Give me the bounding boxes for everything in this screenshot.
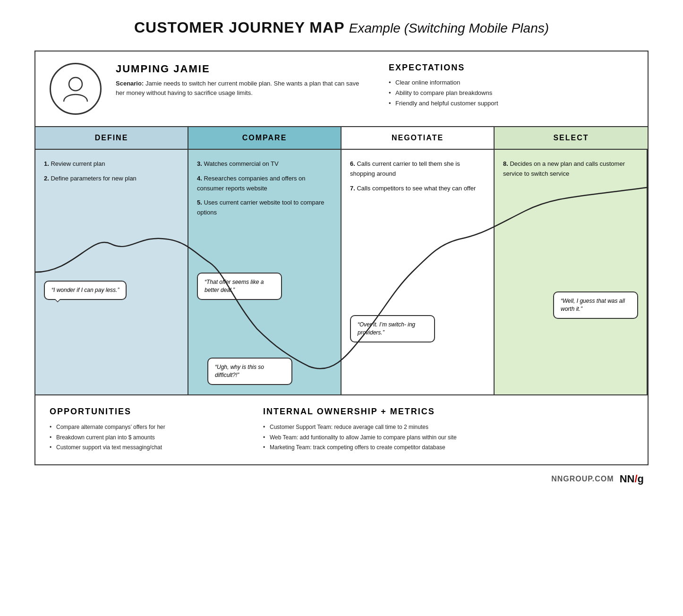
step-1-label: Review current plan: [51, 160, 105, 167]
select-bubble-container: “Well, I guess that was all worth it.”: [553, 288, 638, 319]
compare-step-5: 5. Uses current carrier website tool to …: [197, 198, 332, 218]
opportunities-title: OPPORTUNITIES: [50, 407, 235, 417]
phase-header-compare: COMPARE: [188, 127, 342, 149]
list-item: Web Team: add funtionality to allow Jami…: [263, 433, 633, 443]
select-step-8: 8. Decides on a new plan and calls custo…: [503, 159, 638, 179]
opportunities-section: OPPORTUNITIES Compare alternate companys…: [50, 407, 235, 453]
internal-title: INTERNAL OWNERSHIP + METRICS: [263, 407, 633, 417]
phase-header-select: SELECT: [495, 127, 648, 149]
define-cell: 1. Review current plan 2. Define paramet…: [35, 150, 188, 394]
define-step-1: 1. Review current plan: [44, 159, 179, 169]
footer-logo: NN/g: [620, 473, 644, 485]
list-item: Customer support via text messaging/chat: [50, 443, 235, 453]
negotiate-bubble: “Over it. I’m switch- ing providers.”: [350, 315, 435, 342]
phase-header-negotiate: NEGOTIATE: [342, 127, 495, 149]
define-step-2: 2. Define parameters for new plan: [44, 174, 179, 184]
compare-bubble-mid: “That offer seems like a better deal.”: [197, 273, 282, 300]
negotiate-bubble-container: “Over it. I’m switch- ing providers.”: [350, 311, 435, 342]
expectations-list: Clear online information Ability to comp…: [389, 77, 633, 109]
opportunities-list: Compare alternate companys’ offers for h…: [50, 422, 235, 453]
compare-step-3: 3. Watches commercial on TV: [197, 159, 332, 169]
bottom-row: OPPORTUNITIES Compare alternate companys…: [35, 395, 648, 464]
define-bubble-container: “I wonder if I can pay less.”: [44, 277, 127, 300]
persona-name: JUMPING JAMIE: [116, 63, 360, 75]
scenario-text: Jamie needs to switch her current mobile…: [116, 80, 359, 96]
expectations-title: EXPECTATIONS: [389, 63, 633, 73]
compare-bubble-low: “Ugh, why is this so difficult?!”: [207, 358, 292, 385]
list-item: Customer Support Team: reduce average ca…: [263, 422, 633, 433]
step-2-label: Define parameters for new plan: [51, 175, 136, 182]
list-item: Clear online information: [389, 77, 633, 88]
footer-logo-nn: NN: [620, 473, 635, 485]
persona-info: JUMPING JAMIE Scenario: Jamie needs to s…: [116, 63, 360, 97]
select-cell: 8. Decides on a new plan and calls custo…: [495, 150, 648, 394]
negotiate-step-6: 6. Calls current carrier to tell them sh…: [350, 159, 485, 179]
main-diagram: JUMPING JAMIE Scenario: Jamie needs to s…: [34, 51, 649, 465]
page-title: CUSTOMER JOURNEY MAP Example (Switching …: [134, 19, 549, 36]
compare-bubble-low-container: “Ugh, why is this so difficult?!”: [207, 354, 292, 385]
footer-logo-g: g: [638, 473, 644, 485]
title-italic: Example (Switching Mobile Plans): [349, 21, 549, 35]
list-item: Compare alternate companys’ offers for h…: [50, 422, 235, 433]
internal-list: Customer Support Team: reduce average ca…: [263, 422, 633, 453]
svg-point-0: [69, 77, 82, 91]
compare-bubble-mid-container: “That offer seems like a better deal.”: [197, 269, 282, 300]
internal-section: INTERNAL OWNERSHIP + METRICS Customer Su…: [263, 407, 633, 453]
define-bubble: “I wonder if I can pay less.”: [44, 281, 127, 300]
journey-content: 1. Review current plan 2. Define paramet…: [35, 150, 648, 395]
compare-step-4: 4. Researches companies and offers on co…: [197, 174, 332, 194]
footer: NNGROUP.COM NN/g: [34, 473, 649, 485]
phases-header: DEFINE COMPARE NEGOTIATE SELECT: [35, 127, 648, 150]
list-item: Ability to compare plan breakdowns: [389, 88, 633, 98]
list-item: Friendly and helpful customer support: [389, 98, 633, 109]
footer-domain: NNGROUP.COM: [551, 475, 614, 483]
expectations-section: EXPECTATIONS Clear online information Ab…: [389, 63, 633, 109]
avatar: [50, 63, 102, 115]
list-item: Marketing Team: track competing offers t…: [263, 443, 633, 453]
persona-row: JUMPING JAMIE Scenario: Jamie needs to s…: [35, 51, 648, 127]
title-bold: CUSTOMER JOURNEY MAP: [134, 19, 344, 36]
negotiate-step-7: 7. Calls competitors to see what they ca…: [350, 184, 485, 194]
negotiate-cell: 6. Calls current carrier to tell them sh…: [342, 150, 495, 394]
list-item: Breakdown current plan into $ amounts: [50, 433, 235, 443]
phase-header-define: DEFINE: [35, 127, 188, 149]
select-bubble: “Well, I guess that was all worth it.”: [553, 291, 638, 319]
persona-scenario: Scenario: Jamie needs to switch her curr…: [116, 79, 360, 97]
compare-cell: 3. Watches commercial on TV 4. Researche…: [188, 150, 342, 394]
